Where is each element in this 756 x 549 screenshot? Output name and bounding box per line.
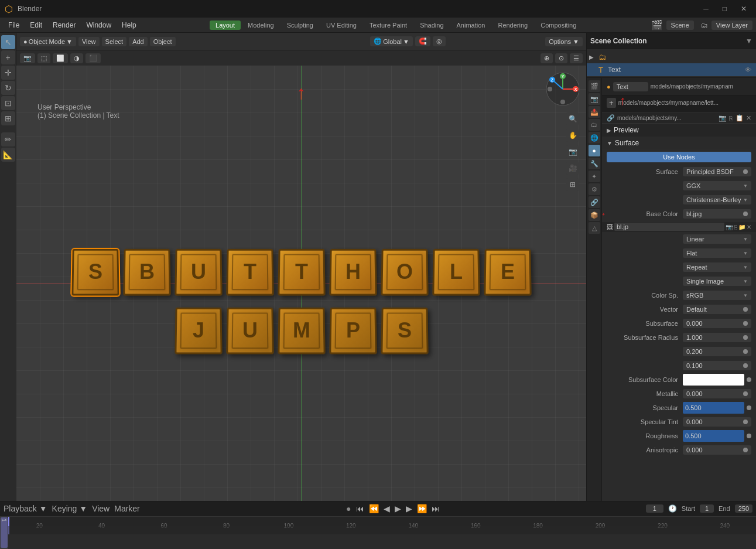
subsurface-value[interactable]: 0.000 (683, 319, 751, 328)
mode-selector[interactable]: ● Object Mode ▼ (20, 37, 76, 46)
base-color-value[interactable]: bl.jpg (683, 209, 751, 219)
material-props-icon[interactable]: ● (589, 145, 600, 156)
particles-props-icon[interactable]: ✦ (589, 171, 600, 182)
outliner-text-item[interactable]: T Text 👁 (587, 63, 756, 76)
minimize-button[interactable]: ─ (703, 5, 709, 13)
subsurface-radius-3[interactable]: 0.100 (683, 361, 751, 370)
viewport-canvas[interactable]: User Perspective (1) Scene Collection | … (16, 66, 586, 501)
overlay-toggle[interactable]: ⊙ (555, 53, 567, 63)
material-name[interactable]: Text (613, 82, 648, 91)
preview-section-header[interactable]: ▶ Preview (602, 124, 756, 137)
timeline-frames[interactable]: 20 40 60 80 100 120 140 160 180 200 220 … (8, 517, 756, 534)
color-space-dropdown[interactable]: sRGB (683, 291, 751, 300)
proportional-edit[interactable]: ◎ (433, 36, 446, 46)
linked-path[interactable]: models/mapobjects/my... (617, 115, 716, 121)
menu-item-help[interactable]: Help (117, 20, 141, 30)
nav-camera[interactable]: 📷 (566, 145, 579, 158)
camera-material-btn[interactable]: 📷 (719, 114, 727, 122)
keying-menu[interactable]: Keying ▼ (52, 504, 88, 513)
visibility-icon[interactable]: 👁 (745, 66, 751, 73)
constraints-props-icon[interactable]: 🔗 (589, 196, 600, 208)
vector-value[interactable]: Default (683, 305, 751, 314)
transform-orientation[interactable]: 🌐 Global ▼ (370, 36, 413, 46)
rendering-tab[interactable]: Rendering (492, 21, 533, 30)
next-frame[interactable]: ▶ (406, 504, 412, 513)
img-camera-btn[interactable]: 📷 (726, 224, 733, 230)
rotate-tool[interactable]: ↻ (1, 81, 15, 95)
nav-camera2[interactable]: 🎥 (566, 162, 579, 175)
cursor-tool[interactable]: + (1, 50, 15, 64)
subsurface-radius-1[interactable]: 1.000 (683, 333, 751, 342)
scene-props-icon[interactable]: 🎬 (589, 80, 600, 92)
layout-tab-active[interactable]: Layout (210, 21, 241, 30)
modifier-props-icon[interactable]: 🔧 (589, 158, 600, 169)
menu-item-window[interactable]: Window (81, 20, 116, 30)
single-image-dropdown[interactable]: Single Image (683, 277, 751, 286)
image-name[interactable]: bl.jp (614, 223, 724, 231)
compositing-tab[interactable]: Compositing (535, 21, 582, 30)
play-button[interactable]: ▶ (395, 504, 401, 513)
use-nodes-button[interactable]: Use Nodes (607, 152, 751, 162)
select-tool[interactable]: ↖ (1, 35, 15, 49)
viewport-shading-render[interactable]: ⬛ (85, 53, 101, 63)
nav-pan[interactable]: ✋ (566, 129, 579, 142)
options-button[interactable]: Options ▼ (545, 37, 583, 46)
subsurface-color-value[interactable] (683, 374, 751, 386)
view-menu-tl[interactable]: View (92, 504, 110, 513)
remove-material-btn[interactable]: ✕ (746, 114, 751, 122)
select-menu[interactable]: Select (102, 37, 127, 46)
view-menu[interactable]: View (78, 37, 100, 46)
jump-end[interactable]: ⏭ (432, 504, 440, 513)
scale-tool[interactable]: ⊡ (1, 96, 15, 110)
add-material-btn[interactable]: + (607, 98, 616, 108)
snap-magnet[interactable]: 🧲 (415, 36, 430, 46)
object-menu[interactable]: Object (150, 37, 176, 46)
playback-menu[interactable]: Playback ▼ (4, 504, 47, 513)
viewport-shading-material[interactable]: ◑ (70, 53, 83, 63)
surface-section-header[interactable]: ▼ Surface (602, 137, 756, 149)
specular-tint-value[interactable]: 0.000 (683, 417, 751, 427)
repeat-dropdown[interactable]: Repeat (683, 262, 751, 272)
roughness-value[interactable]: 0.500 (683, 430, 751, 442)
camera-icon-btn[interactable]: 📷 (20, 53, 35, 63)
anisotropic-value[interactable]: 0.000 (683, 445, 751, 455)
world-props-icon[interactable]: 🌐 (589, 132, 600, 144)
measure-tool[interactable]: 📐 (1, 148, 15, 162)
specular-value[interactable]: 0.500 (683, 402, 751, 414)
xray-toggle[interactable]: ☰ (570, 53, 583, 63)
menu-item-render[interactable]: Render (48, 20, 80, 30)
prev-frame[interactable]: ◀ (384, 504, 390, 513)
img-copy-btn[interactable]: ⎘ (734, 224, 737, 230)
animation-tab[interactable]: Animation (451, 21, 491, 30)
start-frame[interactable]: 1 (700, 504, 714, 513)
menu-item-file[interactable]: File (4, 20, 24, 30)
gizmo-toggle[interactable]: ⊕ (541, 53, 553, 63)
physics-props-icon[interactable]: ⚙ (589, 183, 600, 195)
texture-paint-tab[interactable]: Texture Paint (364, 21, 413, 30)
subsurface-radius-2[interactable]: 0.200 (683, 347, 751, 356)
current-frame-display[interactable]: 1 (646, 504, 663, 513)
view-layer-props-icon[interactable]: 🗂 (589, 119, 600, 131)
prev-keyframe[interactable]: ⏪ (369, 504, 379, 513)
transform-tool[interactable]: ⊞ (1, 111, 15, 125)
end-frame[interactable]: 250 (735, 504, 752, 513)
method-dropdown[interactable]: Christensen-Burley (683, 195, 751, 204)
viewport-shading-solid[interactable]: ⬜ (53, 53, 68, 63)
add-menu[interactable]: Add (129, 37, 148, 46)
linear-dropdown[interactable]: Linear (683, 234, 751, 244)
surface-type-value[interactable]: Principled BSDF (683, 167, 751, 176)
modeling-tab[interactable]: Modeling (242, 21, 280, 30)
object-props-icon[interactable]: 📦 (589, 209, 600, 221)
viewport-shading-wire[interactable]: ⬚ (37, 53, 50, 63)
jump-start[interactable]: ⏮ (356, 504, 364, 513)
nav-zoom[interactable]: 🔍 (566, 112, 579, 125)
metallic-value[interactable]: 0.000 (683, 389, 751, 398)
paste-material-btn[interactable]: 📋 (736, 114, 744, 122)
filter-icon[interactable]: ▼ (745, 37, 752, 45)
uv-editing-tab[interactable]: UV Editing (320, 21, 362, 30)
viewport[interactable]: ● Object Mode ▼ View Select Add Object 🌐… (16, 33, 586, 501)
next-keyframe[interactable]: ⏩ (417, 504, 427, 513)
render-props-icon[interactable]: 📷 (589, 93, 600, 105)
shading-tab[interactable]: Shading (414, 21, 449, 30)
menu-item-edit[interactable]: Edit (25, 20, 47, 30)
